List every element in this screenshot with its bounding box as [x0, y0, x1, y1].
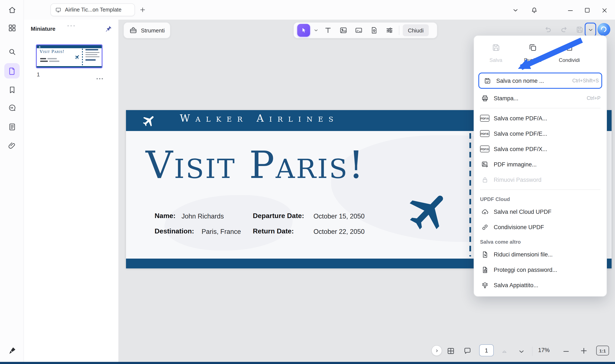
search-icon[interactable] — [7, 47, 17, 56]
menu-item-protect-password[interactable]: Proteggi con password... — [474, 262, 606, 277]
departure-value: October 15, 2050 — [313, 212, 365, 220]
thumbnail-page-number: 1 — [37, 71, 40, 78]
expand-statusbar-button[interactable] — [431, 345, 442, 356]
pen-sign-icon[interactable] — [7, 346, 17, 355]
zoom-level[interactable]: 17% — [538, 347, 550, 353]
actual-size-button[interactable]: 1:1 — [596, 346, 609, 355]
menu-action-share[interactable]: Condividi — [551, 42, 588, 63]
thumbnails-panel-title: Miniature — [31, 26, 55, 32]
airline-name: Walker Airlines — [180, 113, 339, 124]
page-grid-view-icon[interactable] — [446, 346, 455, 355]
annotation-bubble-icon[interactable] — [463, 346, 472, 355]
signature-tool-button[interactable] — [353, 24, 365, 36]
tools-label: Strumenti — [141, 27, 165, 34]
title-bar: Airline Tic...on Template — [24, 0, 615, 20]
page-thumbnail[interactable]: Visit Paris! — [36, 44, 103, 68]
page-number-input[interactable]: 1 — [479, 344, 494, 356]
menu-top-actions: Salva Duplica Condividi — [474, 36, 606, 72]
duplicate-icon — [514, 42, 551, 53]
menu-item-pdfe[interactable]: PDF/E Salva come PDF/E... — [474, 126, 606, 141]
menu-item-save-cloud[interactable]: Salva nel Cloud UPDF — [474, 204, 606, 219]
new-tab-button[interactable] — [139, 6, 146, 13]
save-dropdown-menu: Salva Duplica Condividi Salva con nome .… — [474, 35, 607, 297]
save-button[interactable] — [575, 25, 584, 34]
ticket-headline: Visit Paris! — [146, 146, 365, 184]
apps-grid-icon[interactable] — [7, 23, 17, 32]
print-shortcut: Ctrl+P — [587, 96, 601, 101]
next-page-chevron-icon[interactable] — [517, 347, 526, 356]
image-tool-button[interactable] — [337, 24, 349, 36]
main-toolbar: Chiudi — [294, 22, 437, 39]
cloud-upload-icon — [480, 208, 489, 216]
home-icon[interactable] — [7, 5, 17, 14]
close-editor-button[interactable]: Chiudi — [403, 24, 429, 36]
text-tool-button[interactable] — [322, 24, 334, 36]
toolbox-icon — [129, 26, 137, 35]
save-as-shortcut: Ctrl+Shift+S — [572, 78, 599, 83]
tools-button[interactable]: Strumenti — [123, 22, 170, 39]
thumbnail-footer-band — [37, 66, 102, 67]
save-menu-chevron-button[interactable] — [585, 23, 596, 37]
attachment-icon[interactable] — [7, 141, 17, 150]
bottom-accent-strip — [0, 362, 615, 364]
return-label: Return Date: — [253, 227, 294, 235]
bookmark-icon[interactable] — [7, 85, 17, 94]
select-tool-chevron-icon[interactable] — [313, 28, 319, 33]
menu-item-remove-password: Rimuovi Password — [474, 172, 606, 187]
menu-item-save-flattened[interactable]: Salva Appiattito... — [474, 277, 606, 293]
menu-item-updf-sharing[interactable]: Condivisione UPDF — [474, 219, 606, 235]
menu-divider — [480, 189, 601, 190]
name-value: John Richards — [182, 212, 224, 220]
menu-section-save-as-other: Salva come altro — [474, 235, 606, 247]
notifications-bell-icon[interactable] — [530, 6, 538, 14]
save-icon — [478, 42, 514, 53]
menu-item-pdfx[interactable]: PDF/X Salva come PDF/X... — [474, 141, 606, 156]
flatten-layers-icon — [480, 281, 489, 289]
select-tool-button[interactable] — [297, 24, 310, 37]
menu-item-pdf-image[interactable]: PDF immagine... — [474, 156, 606, 172]
close-window-button[interactable] — [601, 6, 608, 14]
sidebar-item-thumbnails[interactable] — [4, 63, 20, 78]
app-sidebar — [0, 0, 24, 362]
departure-label: Departure Date: — [253, 212, 304, 220]
page-organize-icon[interactable] — [7, 122, 17, 131]
minimize-button[interactable] — [566, 6, 574, 14]
zoom-out-button[interactable] — [561, 347, 571, 356]
name-label: Name: — [155, 212, 175, 220]
toolbar-divider — [399, 26, 399, 35]
zoom-in-button[interactable] — [579, 346, 588, 355]
toolbar-collapse-chevron-icon[interactable] — [512, 6, 519, 14]
menu-action-save[interactable]: Salva — [478, 42, 514, 63]
unlock-icon — [480, 176, 489, 184]
share-icon — [551, 42, 588, 53]
menu-item-pdfa[interactable]: PDF/A Salva come PDF/A... — [474, 111, 606, 126]
comments-icon[interactable] — [7, 103, 17, 112]
compress-file-icon — [480, 250, 489, 258]
stamp-tool-button[interactable] — [368, 24, 380, 36]
menu-item-reduce-size[interactable]: Riduci dimensioni file... — [474, 247, 606, 262]
thumbnail-preview: Visit Paris! — [37, 45, 102, 67]
thumbnail-more-icon[interactable] — [96, 73, 104, 81]
thumbnail-plane-art-icon — [73, 52, 81, 61]
menu-item-print[interactable]: Stampa... Ctrl+P — [474, 91, 606, 106]
return-value: October 22, 2050 — [313, 228, 365, 235]
redo-button[interactable] — [560, 25, 569, 34]
pin-panel-icon[interactable] — [105, 25, 112, 32]
sliders-icon-button[interactable] — [384, 24, 395, 36]
thumbnail-stub-divider — [82, 49, 83, 65]
maximize-button[interactable] — [583, 6, 591, 14]
tab-document-icon — [55, 7, 62, 13]
thumbnail-header-band — [37, 45, 102, 48]
document-tab[interactable]: Airline Tic...on Template — [50, 3, 135, 16]
menu-action-duplicate[interactable]: Duplica — [514, 42, 551, 63]
printer-icon — [480, 94, 489, 102]
previous-page-chevron-icon[interactable] — [500, 347, 509, 356]
link-icon — [480, 223, 489, 231]
app-window: Walker Airlines Visit Paris! Name: John … — [0, 0, 615, 364]
updf-ai-button[interactable] — [598, 23, 610, 36]
menu-item-save-as[interactable]: Salva con nome ... Ctrl+Shift+S — [478, 73, 602, 89]
pdfe-badge-icon: PDF/E — [480, 130, 489, 137]
undo-button[interactable] — [543, 25, 553, 34]
destination-value: Paris, France — [201, 228, 241, 235]
thumbnail-headline: Visit Paris! — [40, 49, 65, 54]
